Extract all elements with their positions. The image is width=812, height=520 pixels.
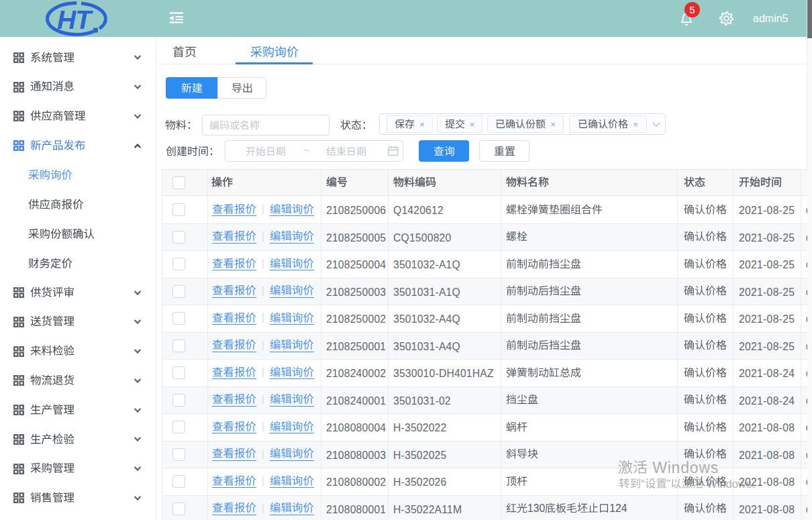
svg-text:HT: HT bbox=[57, 5, 93, 34]
